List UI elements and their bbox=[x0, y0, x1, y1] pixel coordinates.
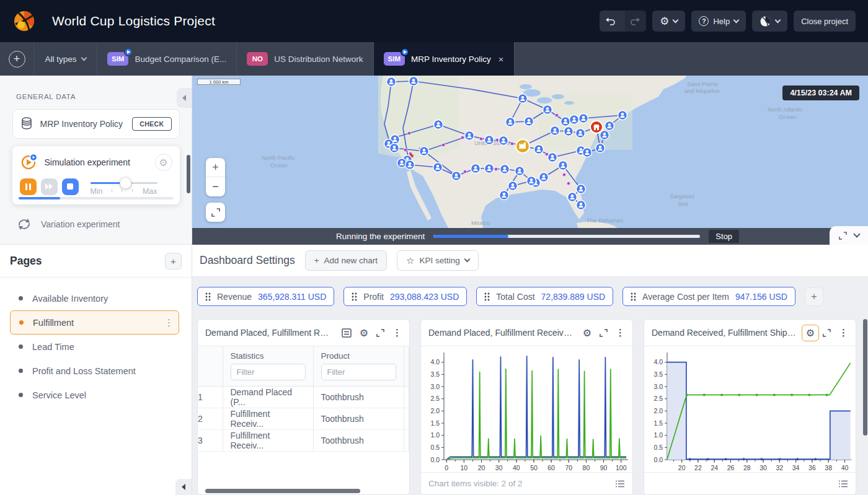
gear-icon[interactable]: ⚙ bbox=[360, 327, 368, 339]
customer-marker[interactable] bbox=[499, 136, 508, 146]
scenario-type-filter[interactable]: All types bbox=[34, 42, 97, 76]
page-scrollbar[interactable] bbox=[863, 317, 867, 495]
customer-marker[interactable] bbox=[568, 193, 577, 202]
kpi-chip-profit[interactable]: Profit293,088.423 USD bbox=[343, 287, 467, 306]
kebab-menu-icon[interactable]: ⋮ bbox=[164, 317, 174, 328]
customer-marker[interactable] bbox=[551, 126, 560, 136]
scenario-tab-0[interactable]: SIMBudget Comparison (E... bbox=[97, 42, 237, 76]
customer-marker[interactable] bbox=[583, 148, 592, 157]
kebab-menu-icon[interactable]: ⋮ bbox=[392, 327, 402, 338]
customer-marker[interactable] bbox=[387, 77, 396, 87]
help-dropdown[interactable]: ? Help bbox=[691, 11, 746, 32]
customer-marker[interactable] bbox=[605, 121, 614, 131]
expand-icon[interactable] bbox=[600, 329, 608, 337]
add-kpi-button[interactable]: + bbox=[805, 287, 823, 306]
customer-marker[interactable] bbox=[515, 167, 525, 176]
kpi-setting-button[interactable]: ☆ KPI setting bbox=[397, 250, 479, 271]
kpi-chip-average-cost-per-item[interactable]: Average Cost per Item947.156 USD bbox=[622, 287, 795, 306]
stop-experiment-button[interactable]: Stop bbox=[709, 230, 739, 243]
kpi-chip-revenue[interactable]: Revenue365,928.311 USD bbox=[197, 287, 334, 306]
customer-marker[interactable] bbox=[579, 114, 588, 123]
scenario-tab-2[interactable]: SIMMRP Inventory Policy× bbox=[374, 42, 515, 76]
customer-marker[interactable] bbox=[577, 185, 586, 194]
kebab-menu-icon[interactable]: ⋮ bbox=[839, 327, 848, 338]
table-row[interactable]: 2Fulfillment Receiv...Toothbrush bbox=[198, 408, 409, 430]
product-filter-input[interactable] bbox=[321, 364, 396, 380]
customer-marker[interactable] bbox=[539, 173, 549, 182]
experiment-settings-button[interactable]: ⚙ bbox=[155, 154, 172, 171]
customer-marker[interactable] bbox=[390, 144, 399, 153]
table-view-icon[interactable] bbox=[342, 328, 352, 338]
line-chart[interactable]: 0.00.51.01.52.02.53.03.54.00102030405060… bbox=[421, 346, 632, 478]
sidebar-page-item-fulfillment[interactable]: Fulfillment⋮ bbox=[10, 310, 179, 335]
chevron-down-icon[interactable] bbox=[853, 230, 860, 237]
map-fullscreen-button[interactable] bbox=[206, 203, 225, 222]
sidebar-page-item-service-level[interactable]: Service Level bbox=[0, 383, 192, 407]
sidebar-page-item-available-inventory[interactable]: Available Inventory bbox=[0, 286, 192, 310]
customer-marker[interactable] bbox=[548, 153, 557, 162]
sidebar-page-item-lead-time[interactable]: Lead Time bbox=[0, 335, 192, 359]
add-scenario-button[interactable]: + bbox=[0, 42, 34, 76]
settings-dropdown[interactable]: ⚙ bbox=[652, 11, 685, 32]
sidebar-collapse-button[interactable] bbox=[175, 479, 192, 495]
customer-marker[interactable] bbox=[518, 94, 528, 103]
customer-marker[interactable] bbox=[576, 129, 585, 138]
speed-slider[interactable]: Min Max bbox=[91, 177, 157, 196]
customer-marker[interactable] bbox=[506, 118, 515, 127]
table-row[interactable]: 3Fulfillment Receiv...Toothbrush bbox=[198, 430, 409, 452]
customer-marker[interactable] bbox=[500, 191, 509, 200]
kebab-menu-icon[interactable]: ⋮ bbox=[616, 327, 625, 338]
customer-marker[interactable] bbox=[485, 164, 494, 173]
zoom-out-button[interactable]: − bbox=[206, 177, 225, 196]
gear-icon[interactable]: ⚙ bbox=[583, 327, 591, 339]
customer-marker[interactable] bbox=[564, 127, 574, 136]
sidebar-collapse-tab[interactable] bbox=[177, 88, 192, 108]
stop-button[interactable] bbox=[62, 178, 79, 195]
customer-marker[interactable] bbox=[471, 164, 480, 173]
line-chart[interactable]: 0.00.51.01.52.02.53.03.54.02022242628303… bbox=[644, 346, 856, 478]
legend-list-icon[interactable] bbox=[615, 480, 625, 488]
kpi-chip-total-cost[interactable]: Total Cost72,839.889 USD bbox=[476, 287, 613, 306]
customer-marker[interactable] bbox=[525, 117, 534, 126]
customer-marker[interactable] bbox=[570, 115, 579, 125]
map-view[interactable]: North PacificOceanUnited StatesMexicoSai… bbox=[192, 76, 868, 245]
add-page-button[interactable]: + bbox=[165, 253, 182, 269]
redo-button[interactable] bbox=[625, 11, 646, 32]
sidebar-scrollbar[interactable] bbox=[187, 155, 190, 193]
customer-marker[interactable] bbox=[527, 177, 536, 186]
customer-marker[interactable] bbox=[500, 165, 510, 174]
customer-marker[interactable] bbox=[485, 136, 494, 145]
brand-dropdown[interactable] bbox=[752, 11, 787, 32]
map-canvas[interactable]: North PacificOceanUnited StatesMexicoSai… bbox=[192, 76, 868, 228]
undo-button[interactable] bbox=[600, 11, 621, 32]
scenario-tab-1[interactable]: NOUS Distribution Network bbox=[237, 42, 373, 76]
pause-button[interactable] bbox=[20, 178, 37, 195]
customer-marker[interactable] bbox=[465, 131, 474, 141]
customer-marker[interactable] bbox=[561, 117, 570, 126]
customer-marker[interactable] bbox=[577, 201, 586, 210]
customer-marker[interactable] bbox=[405, 160, 415, 170]
customer-marker[interactable] bbox=[409, 77, 418, 86]
customer-marker[interactable] bbox=[559, 161, 568, 170]
horizontal-scrollbar[interactable] bbox=[205, 489, 360, 493]
customer-marker[interactable] bbox=[596, 144, 605, 153]
customer-marker[interactable] bbox=[618, 111, 627, 120]
table-row[interactable]: 1Demand Placed (P...Toothbrush bbox=[198, 387, 409, 408]
customer-marker[interactable] bbox=[534, 145, 544, 154]
customer-marker[interactable] bbox=[508, 182, 518, 191]
scenario-card[interactable]: MRP Inventory Policy CHECK bbox=[12, 109, 180, 139]
gear-icon-highlighted[interactable]: ⚙ bbox=[802, 325, 819, 341]
check-button[interactable]: CHECK bbox=[132, 117, 171, 131]
expand-icon[interactable] bbox=[823, 329, 831, 337]
expand-icon[interactable] bbox=[376, 329, 384, 337]
legend-list-icon[interactable] bbox=[838, 480, 848, 488]
sidebar-page-item-profit-and-loss-statement[interactable]: Profit and Loss Statement bbox=[0, 359, 192, 383]
close-tab-icon[interactable]: × bbox=[498, 54, 504, 64]
zoom-in-button[interactable]: + bbox=[206, 158, 225, 177]
customer-marker[interactable] bbox=[543, 105, 552, 115]
factory-marker[interactable] bbox=[516, 139, 529, 153]
customer-marker[interactable] bbox=[420, 147, 429, 156]
customer-marker[interactable] bbox=[433, 163, 443, 172]
fast-forward-button[interactable] bbox=[41, 178, 58, 195]
close-project-button[interactable]: Close project bbox=[794, 11, 856, 32]
